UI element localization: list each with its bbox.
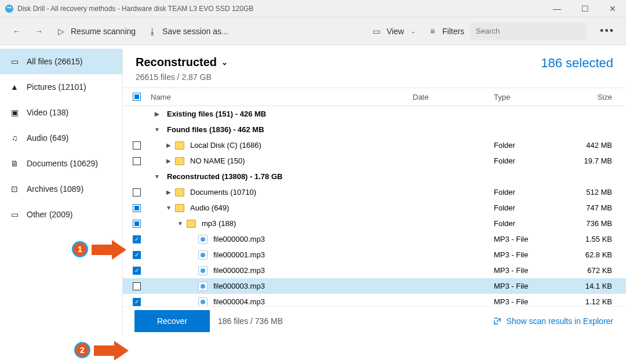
- expand-icon[interactable]: ▶: [153, 111, 161, 117]
- sidebar-item-label: Documents (10629): [27, 159, 98, 168]
- table-row[interactable]: ▶Documents (10710)Folder512 MB: [123, 184, 626, 200]
- back-button[interactable]: ←: [6, 23, 28, 40]
- row-checkbox[interactable]: [133, 251, 141, 259]
- close-button[interactable]: ✕: [604, 4, 621, 13]
- table-row[interactable]: ▼Audio (649)Folder747 MB: [123, 200, 626, 216]
- search-input[interactable]: [470, 23, 586, 40]
- expand-icon[interactable]: ▶: [165, 142, 173, 148]
- table-row[interactable]: file000002.mp3MP3 - File672 KB: [123, 263, 626, 278]
- resume-scanning-button[interactable]: ▷Resume scanning: [50, 23, 141, 40]
- show-in-explorer-link[interactable]: Show scan results in Explorer: [493, 316, 613, 326]
- main-title[interactable]: Reconstructed⌄: [136, 56, 541, 69]
- table-row[interactable]: file000004.mp3MP3 - File1.12 KB: [123, 294, 626, 306]
- file-icon: [198, 235, 208, 244]
- sidebar-item-label: Video (138): [27, 108, 68, 117]
- row-name: file000000.mp3: [213, 235, 265, 243]
- external-link-icon: [493, 316, 502, 326]
- maximize-button[interactable]: ☐: [576, 4, 594, 13]
- file-icon: [198, 266, 208, 275]
- row-size: 736 MB: [563, 219, 626, 228]
- file-icon: [198, 282, 208, 291]
- col-type-header[interactable]: Type: [494, 93, 563, 101]
- expand-icon[interactable]: ▼: [153, 126, 161, 133]
- row-checkbox[interactable]: [133, 267, 141, 275]
- table-header: Name Date Type Size: [123, 88, 626, 106]
- row-name: file000002.mp3: [213, 266, 265, 275]
- sidebar-item-archives[interactable]: ⊡Archives (1089): [0, 176, 122, 202]
- svg-point-0: [5, 5, 13, 13]
- app-icon: [5, 4, 14, 13]
- row-type: MP3 - File: [494, 297, 563, 306]
- table-row[interactable]: ▼Reconstructed (13808) - 1.78 GB: [123, 169, 626, 184]
- pictures-icon: ▲: [9, 82, 20, 92]
- row-type: Folder: [494, 188, 563, 196]
- row-size: 62.8 KB: [563, 250, 626, 259]
- table-body[interactable]: ▶Existing files (151) - 426 MB▼Found fil…: [123, 106, 626, 306]
- save-session-button[interactable]: ⭳Save session as...: [141, 23, 234, 40]
- sidebar-item-documents[interactable]: 🗎Documents (10629): [0, 151, 122, 176]
- row-name: Existing files (151) - 426 MB: [167, 110, 266, 118]
- row-type: MP3 - File: [494, 250, 563, 259]
- sidebar-item-pictures[interactable]: ▲Pictures (12101): [0, 74, 122, 100]
- sidebar-item-label: Audio (649): [27, 133, 68, 143]
- row-type: Folder: [494, 141, 563, 150]
- table-row[interactable]: ▼mp3 (188)Folder736 MB: [123, 216, 626, 231]
- filters-label: Filters: [442, 27, 464, 36]
- more-button[interactable]: •••: [594, 25, 620, 37]
- sidebar-item-audio[interactable]: ♫Audio (649): [0, 125, 122, 151]
- audio-icon: ♫: [9, 133, 20, 143]
- row-size: 19.7 MB: [563, 156, 626, 165]
- recover-button[interactable]: Recover: [134, 310, 210, 332]
- row-checkbox[interactable]: [133, 157, 141, 165]
- row-size: 1.55 KB: [563, 235, 626, 243]
- row-size: 512 MB: [563, 188, 626, 196]
- col-date-header[interactable]: Date: [413, 93, 494, 101]
- expand-icon[interactable]: ▶: [165, 189, 173, 195]
- annotation-badge-1: 1: [72, 241, 88, 257]
- file-icon: [198, 297, 208, 307]
- save-session-label: Save session as...: [162, 27, 228, 36]
- row-type: MP3 - File: [494, 235, 563, 243]
- expand-icon[interactable]: ▼: [165, 205, 173, 211]
- sidebar-item-video[interactable]: ▣Video (138): [0, 100, 122, 125]
- row-name: mp3 (188): [202, 219, 236, 228]
- col-name-header[interactable]: Name: [147, 93, 413, 101]
- minimize-button[interactable]: —: [548, 4, 566, 13]
- sidebar: ▭All files (26615)▲Pictures (12101)▣Vide…: [0, 45, 123, 335]
- table-row[interactable]: ▶Local Disk (C) (1686)Folder442 MB: [123, 137, 626, 153]
- row-checkbox[interactable]: [133, 235, 141, 243]
- row-size: 672 KB: [563, 266, 626, 275]
- col-size-header[interactable]: Size: [563, 93, 626, 101]
- row-checkbox[interactable]: [133, 141, 141, 150]
- sidebar-item-all[interactable]: ▭All files (26615): [0, 49, 122, 74]
- select-all-checkbox[interactable]: [133, 93, 141, 101]
- table-row[interactable]: ▼Found files (1836) - 462 MB: [123, 122, 626, 137]
- footer: Recover 186 files / 736 MB Show scan res…: [123, 306, 626, 335]
- view-button[interactable]: ▭View⌄: [366, 23, 421, 40]
- row-name: Documents (10710): [190, 188, 256, 196]
- toolbar: ← → ▷Resume scanning ⭳Save session as...…: [0, 17, 626, 45]
- row-checkbox[interactable]: [133, 188, 141, 196]
- table-row[interactable]: file000000.mp3MP3 - File1.55 KB: [123, 231, 626, 247]
- expand-icon[interactable]: ▼: [153, 173, 161, 180]
- row-name: file000003.mp3: [213, 282, 265, 290]
- row-name: Audio (649): [190, 203, 229, 212]
- table-row[interactable]: ▶NO NAME (150)Folder19.7 MB: [123, 153, 626, 169]
- footer-status: 186 files / 736 MB: [218, 316, 283, 326]
- expand-icon[interactable]: ▶: [165, 158, 173, 164]
- sidebar-item-other[interactable]: ▭Other (2009): [0, 202, 122, 227]
- row-checkbox[interactable]: [133, 204, 141, 212]
- table-row[interactable]: file000003.mp3MP3 - File14.1 KB: [123, 278, 626, 294]
- row-checkbox[interactable]: [133, 282, 141, 290]
- expand-icon[interactable]: ▼: [176, 220, 184, 227]
- all-icon: ▭: [9, 56, 20, 67]
- filters-button[interactable]: ≡Filters: [421, 23, 470, 40]
- sidebar-item-label: Archives (1089): [27, 184, 83, 194]
- forward-button[interactable]: →: [28, 23, 50, 40]
- table-row[interactable]: ▶Existing files (151) - 426 MB: [123, 106, 626, 122]
- row-checkbox[interactable]: [133, 298, 141, 306]
- window-title: Disk Drill - All recovery methods - Hard…: [17, 5, 548, 13]
- table-row[interactable]: file000001.mp3MP3 - File62.8 KB: [123, 247, 626, 263]
- row-size: 442 MB: [563, 141, 626, 150]
- row-checkbox[interactable]: [133, 220, 141, 228]
